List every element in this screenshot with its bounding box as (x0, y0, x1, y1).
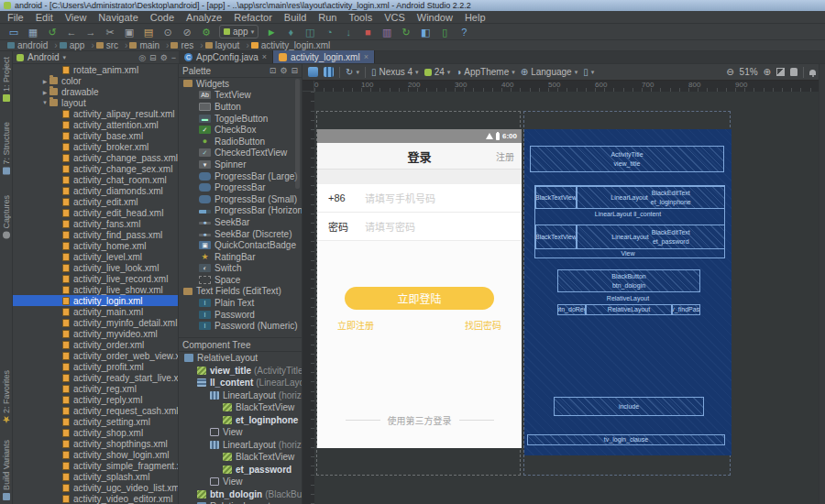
component-tree-item[interactable]: view_title (ActivityTitle) (179, 365, 302, 378)
project-tree-item[interactable]: activity_home.xml (13, 240, 178, 251)
device-selector[interactable]: ▯Nexus 4 (371, 67, 419, 77)
palette-item[interactable]: Plain Text (179, 297, 302, 309)
project-tree-item[interactable]: activity_chat_room.xml (13, 174, 178, 185)
breadcrumb-item[interactable]: res (170, 40, 203, 50)
project-tree-item[interactable]: rotate_anim.xml (13, 64, 178, 75)
component-tree-item[interactable]: BlackTextView (179, 451, 302, 464)
project-tree-item[interactable]: activity_edit.xml (13, 196, 178, 207)
palette-item[interactable]: QuickContactBadge (179, 239, 302, 251)
find-icon[interactable]: ⊙ (161, 26, 174, 38)
project-tree-item[interactable]: activity_reg.xml (13, 383, 178, 394)
project-tree-item[interactable]: layout (13, 97, 178, 108)
language-selector[interactable]: ⊕Language (521, 67, 578, 77)
password-row[interactable]: 密码 请填写密码 (317, 213, 522, 241)
blueprint-row2-textview[interactable]: BlackTextView (535, 225, 577, 249)
tool-window-button[interactable]: 2: Favorites (2, 370, 11, 423)
breadcrumb-item[interactable]: layout (205, 40, 249, 50)
palette-item[interactable]: Widgets (179, 78, 302, 90)
theme-selector[interactable]: ◑AppTheme (456, 67, 514, 77)
palette-item[interactable]: CheckedTextView (179, 148, 302, 159)
blueprint-login-button[interactable]: BlackButton btn_dologin (557, 269, 700, 292)
project-tree-item[interactable]: activity_fans.xml (13, 218, 178, 229)
run-button[interactable]: ► (265, 26, 278, 38)
project-tree-item[interactable]: activity_splash.xml (13, 471, 178, 482)
menu-item[interactable]: Edit (36, 12, 53, 23)
menu-item[interactable]: Run (318, 12, 336, 23)
locate-icon[interactable]: ◎ (138, 53, 146, 62)
palette-item[interactable]: SeekBar (179, 216, 302, 228)
replace-icon[interactable]: ⊘ (181, 26, 193, 38)
palette-item[interactable]: Button (179, 101, 302, 113)
palette-item[interactable]: ToggleButton (179, 113, 302, 125)
menu-item[interactable]: Refactor (234, 12, 272, 23)
project-tree-item[interactable]: activity_shop.xml (13, 427, 178, 438)
design-canvas[interactable]: 6:00 登录 注册 +86 请填写手机号码 密码 请填写密码 (314, 92, 825, 504)
breadcrumb-item[interactable]: main (129, 40, 169, 50)
attach-button[interactable]: ↓ (342, 26, 355, 38)
project-tree-item[interactable]: color (13, 75, 178, 86)
help-button[interactable]: ? (457, 26, 470, 38)
notifications-icon[interactable] (809, 70, 816, 75)
component-tree-item[interactable]: LinearLayout (horizontal) (179, 389, 302, 402)
pan-icon[interactable] (790, 68, 798, 76)
project-tree-item[interactable]: activity_request_cash.xml (13, 405, 178, 416)
project-tree-item[interactable]: activity_shopthings.xml (13, 438, 178, 449)
component-tree-item[interactable]: View (179, 426, 302, 439)
menu-item[interactable]: Navigate (98, 12, 138, 23)
menu-item[interactable]: Build (284, 12, 306, 23)
component-tree-item[interactable]: RelativeLayout (179, 352, 302, 365)
project-tree-item[interactable]: activity_profit.xml (13, 361, 178, 372)
project-tree-item[interactable]: activity_live_look.xml (13, 262, 178, 273)
coverage-button[interactable]: ◫ (303, 26, 316, 38)
register-link[interactable]: 立即注册 (337, 318, 374, 332)
project-tree-item[interactable]: activity_change_pass.xml (13, 152, 178, 163)
project-tree-item[interactable]: activity_reply.xml (13, 394, 178, 405)
project-structure-button[interactable]: ◧ (419, 26, 432, 38)
collapse-all-icon[interactable]: ⊟ (149, 53, 157, 62)
expand-arrow-icon[interactable] (40, 78, 50, 84)
blueprint-row1-edittext[interactable]: LinearLayout BlackEditText et_loginphone (577, 186, 725, 209)
palette-item[interactable]: Switch (179, 263, 302, 275)
palette-collapse-icon[interactable]: ⊟ (291, 66, 298, 75)
target-device-selector[interactable]: ▯ (583, 67, 594, 77)
tool-window-button[interactable]: 7: Structure (2, 122, 11, 175)
palette-item[interactable]: Space (179, 274, 302, 286)
palette-item[interactable]: Password (179, 309, 302, 321)
breadcrumb-item[interactable]: app (60, 40, 94, 50)
palette-item[interactable]: Spinner (179, 159, 302, 170)
project-tree-item[interactable]: activity_video_editor.xml (13, 493, 178, 504)
blueprint-findpass-text[interactable]: tv_findPass (672, 304, 700, 315)
settings-icon[interactable]: ⚙ (160, 53, 168, 62)
zoom-out-button[interactable]: ⊖ (726, 67, 733, 77)
expand-arrow-icon[interactable] (40, 100, 50, 105)
project-tree-item[interactable]: drawable (13, 86, 178, 97)
blueprint-login-clause[interactable]: tv_login_clause (527, 434, 725, 445)
tool-window-button[interactable]: 1: Project (2, 57, 11, 102)
tool-window-button[interactable]: Captures (2, 195, 11, 239)
component-tree-item[interactable]: et_loginphone (179, 414, 302, 427)
open-icon[interactable]: ▭ (7, 26, 20, 38)
breadcrumb-item[interactable]: activity_login.xml (251, 40, 337, 50)
project-tree-item[interactable]: activity_order_web_view.xml (13, 350, 178, 361)
design-mode-icon[interactable] (308, 67, 318, 77)
project-tree-item[interactable]: activity_order.xml (13, 339, 178, 350)
preview-icon[interactable]: ⊡ (270, 66, 277, 75)
hide-icon[interactable]: − (171, 53, 176, 62)
palette-item[interactable]: CheckBox (179, 124, 302, 136)
palette-item[interactable]: Password (Numeric) (179, 320, 302, 332)
project-tree-item[interactable]: activity_change_sex.xml (13, 163, 178, 174)
expand-arrow-icon[interactable] (40, 89, 50, 95)
blueprint-mode-icon[interactable] (324, 67, 334, 77)
component-tree-item[interactable]: et_password (179, 464, 302, 477)
component-tree-item[interactable]: RelativeLayout (179, 500, 302, 504)
register-button[interactable]: 注册 (496, 149, 514, 163)
login-button[interactable]: 立即登陆 (345, 287, 494, 310)
breadcrumb-item[interactable]: src (96, 40, 128, 50)
profiler-button[interactable]: ◔ (323, 26, 336, 38)
project-tree-item[interactable]: activity_login.xml (13, 295, 178, 306)
blueprint-include[interactable]: include (554, 397, 704, 416)
palette-item[interactable]: TextView (179, 90, 302, 102)
stop-button[interactable]: ■ (361, 26, 374, 38)
project-tree-item[interactable]: activity_myinfo_detail.xml (13, 317, 178, 328)
menu-item[interactable]: Code (150, 12, 174, 23)
